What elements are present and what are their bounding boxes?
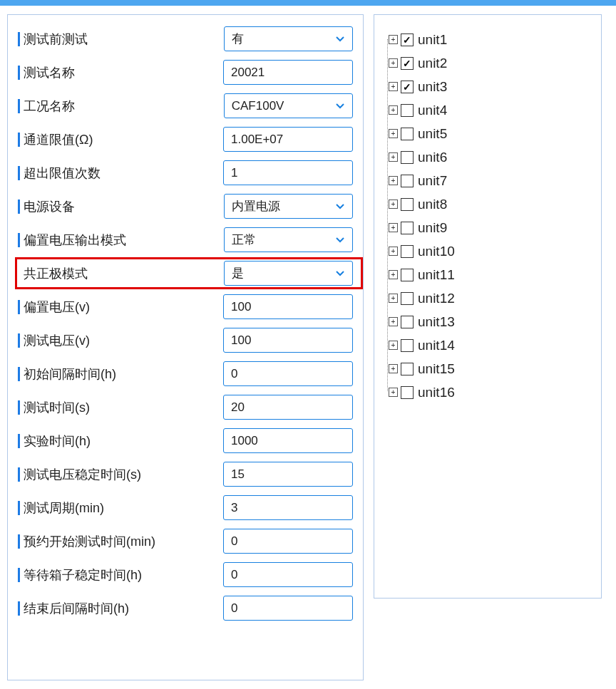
expand-icon[interactable]: + (389, 317, 398, 326)
expand-icon[interactable]: + (389, 152, 398, 162)
unit-label: unit6 (418, 150, 447, 165)
tree-item: +unit15 (383, 357, 592, 380)
form-row-7: 共正极模式是 (18, 261, 353, 286)
expand-icon[interactable]: + (389, 58, 398, 68)
form-label: 预约开始测试时间(min) (18, 533, 223, 550)
form-select[interactable]: 正常 (224, 227, 353, 252)
expand-icon[interactable]: + (389, 35, 398, 44)
unit-label: unit15 (418, 361, 455, 377)
form-select[interactable]: 是 (224, 261, 353, 286)
expand-icon[interactable]: + (389, 294, 398, 303)
expand-icon[interactable]: + (389, 388, 398, 397)
unit-checkbox[interactable] (401, 269, 414, 281)
form-row-6: 偏置电压输出模式正常 (18, 227, 353, 252)
tree-item: +unit3 (383, 75, 592, 98)
config-panel: 测试前测试有测试名称工况名称CAF100V通道限值(Ω)超出限值次数电源设备内置… (7, 14, 364, 680)
form-label: 实验时间(h) (18, 432, 223, 450)
form-label: 偏置电压(v) (18, 299, 223, 316)
expand-icon[interactable]: + (389, 247, 398, 256)
form-select[interactable]: 内置电源 (224, 194, 353, 219)
unit-label: unit3 (418, 79, 447, 95)
form-label: 偏置电压输出模式 (18, 232, 224, 249)
chevron-down-icon (335, 36, 345, 43)
unit-label: unit9 (418, 220, 447, 236)
unit-checkbox[interactable] (401, 339, 414, 352)
unit-label: unit4 (418, 103, 447, 118)
tree-item: +unit2 (383, 51, 592, 75)
unit-label: unit5 (418, 126, 447, 142)
form-row-12: 实验时间(h) (18, 428, 353, 453)
unit-checkbox[interactable] (401, 33, 414, 46)
form-label: 测试电压(v) (18, 332, 223, 349)
unit-label: unit16 (418, 385, 455, 400)
form-input[interactable] (223, 160, 353, 185)
unit-checkbox[interactable] (401, 245, 414, 258)
form-row-15: 预约开始测试时间(min) (18, 529, 353, 554)
unit-checkbox[interactable] (401, 292, 414, 305)
form-input[interactable] (223, 395, 353, 420)
unit-checkbox[interactable] (401, 81, 414, 93)
unit-label: unit11 (418, 267, 455, 283)
form-label: 超出限值次数 (18, 165, 223, 182)
tree-item: +unit14 (383, 333, 592, 357)
expand-icon[interactable]: + (389, 364, 398, 373)
expand-icon[interactable]: + (389, 129, 398, 138)
unit-checkbox[interactable] (401, 222, 414, 234)
form-label: 通道限值(Ω) (18, 131, 223, 148)
form-input[interactable] (223, 428, 353, 453)
main-container: 测试前测试有测试名称工况名称CAF100V通道限值(Ω)超出限值次数电源设备内置… (0, 6, 616, 689)
form-select[interactable]: 有 (224, 26, 353, 51)
unit-checkbox[interactable] (401, 316, 414, 328)
form-row-13: 测试电压稳定时间(s) (18, 462, 353, 487)
expand-icon[interactable]: + (389, 341, 398, 350)
form-input[interactable] (223, 361, 353, 386)
form-select[interactable]: CAF100V (224, 93, 353, 118)
unit-label: unit12 (418, 291, 455, 306)
form-input[interactable] (223, 60, 353, 85)
form-input[interactable] (223, 462, 353, 487)
unit-checkbox[interactable] (401, 57, 414, 70)
form-label: 测试电压稳定时间(s) (18, 466, 223, 483)
form-input[interactable] (223, 127, 353, 152)
expand-icon[interactable]: + (389, 270, 398, 279)
unit-label: unit14 (418, 338, 455, 353)
form-label: 共正极模式 (18, 265, 224, 282)
expand-icon[interactable]: + (389, 176, 398, 185)
form-label: 结束后间隔时间(h) (18, 600, 223, 617)
form-row-9: 测试电压(v) (18, 328, 353, 353)
expand-icon[interactable]: + (389, 223, 398, 232)
form-input[interactable] (223, 294, 353, 319)
tree-item: +unit13 (383, 310, 592, 333)
form-input[interactable] (223, 529, 353, 554)
chevron-down-icon (335, 203, 345, 210)
expand-icon[interactable]: + (389, 200, 398, 209)
unit-checkbox[interactable] (401, 363, 414, 375)
tree-item: +unit11 (383, 263, 592, 286)
form-input[interactable] (223, 596, 353, 621)
form-label: 等待箱子稳定时间(h) (18, 566, 223, 584)
select-value: CAF100V (232, 99, 284, 113)
unit-checkbox[interactable] (401, 175, 414, 187)
form-row-2: 工况名称CAF100V (18, 93, 353, 118)
unit-checkbox[interactable] (401, 198, 414, 211)
chevron-down-icon (335, 270, 345, 277)
unit-checkbox[interactable] (401, 386, 414, 399)
form-label: 测试时间(s) (18, 399, 223, 416)
form-input[interactable] (223, 328, 353, 353)
form-input[interactable] (223, 495, 353, 520)
tree-item: +unit8 (383, 192, 592, 216)
form-label: 测试前测试 (18, 31, 224, 48)
select-value: 有 (232, 31, 244, 47)
form-row-3: 通道限值(Ω) (18, 127, 353, 152)
form-input[interactable] (223, 562, 353, 587)
unit-checkbox[interactable] (401, 128, 414, 140)
unit-checkbox[interactable] (401, 104, 414, 117)
form-label: 测试周期(min) (18, 499, 223, 517)
tree-item: +unit10 (383, 239, 592, 263)
form-row-14: 测试周期(min) (18, 495, 353, 520)
expand-icon[interactable]: + (389, 82, 398, 91)
unit-checkbox[interactable] (401, 151, 414, 164)
form-label: 初始间隔时间(h) (18, 366, 223, 383)
expand-icon[interactable]: + (389, 105, 398, 115)
unit-label: unit8 (418, 197, 447, 212)
